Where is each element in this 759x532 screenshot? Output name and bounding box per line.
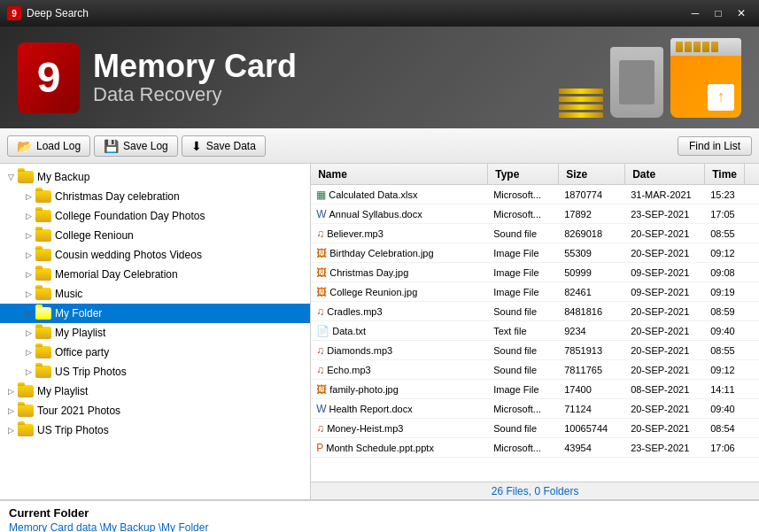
file-size: 71124	[559, 404, 625, 414]
sd-pin-4	[702, 42, 709, 52]
file-time: 08:55	[705, 228, 759, 239]
save-log-icon: 💾	[104, 139, 119, 153]
file-row[interactable]: PMonth Schedule.ppt.pptx Microsoft... 43…	[311, 438, 759, 458]
tree-item-my-playlist-root[interactable]: ▷ My Playlist	[0, 382, 310, 401]
file-date: 20-SEP-2021	[625, 345, 705, 356]
file-time: 14:11	[705, 384, 759, 395]
col-header-date[interactable]: Date	[625, 164, 705, 184]
college-renioun-label: College Renioun	[55, 229, 134, 242]
file-size: 43954	[559, 443, 625, 453]
find-in-list-label: Find in List	[689, 140, 740, 152]
college-renioun-folder-icon	[35, 229, 51, 242]
word-icon: W	[316, 403, 326, 415]
file-row[interactable]: ▦Calculated Data.xlsx Microsoft... 18707…	[311, 185, 759, 204]
tree-item-college-renioun[interactable]: ▷ College Renioun	[0, 226, 310, 245]
my-playlist-root-expander[interactable]: ▷	[4, 384, 18, 398]
file-time: 09:19	[705, 287, 759, 297]
file-type: Image File	[488, 287, 559, 297]
file-date: 20-SEP-2021	[625, 306, 705, 317]
tree-item-music[interactable]: ▷ Music	[0, 284, 310, 304]
tree-item-college-foundation[interactable]: ▷ College Foundation Day Photos	[0, 206, 310, 226]
file-row[interactable]: WAnnual Syllabus.docx Microsoft... 17892…	[311, 204, 759, 224]
file-date: 20-SEP-2021	[625, 326, 705, 336]
sd-body-inner	[619, 60, 654, 104]
card-lines	[559, 89, 603, 118]
tree-item-my-folder[interactable]: ▷ My Folder	[0, 304, 310, 323]
file-row[interactable]: ♫Believer.mp3 Sound file 8269018 20-SEP-…	[311, 224, 759, 243]
current-folder-path: Memory Card data \My Backup \My Folder	[9, 521, 750, 532]
file-row[interactable]: 📄Data.txt Text file 9234 20-SEP-2021 09:…	[311, 321, 759, 341]
file-row[interactable]: ♫Diamonds.mp3 Sound file 7851913 20-SEP-…	[311, 341, 759, 360]
file-time: 09:08	[705, 267, 759, 278]
file-row[interactable]: ♫Money-Heist.mp3 Sound file 10065744 20-…	[311, 419, 759, 438]
tour-2021-expander[interactable]: ▷	[4, 404, 18, 418]
cousin-wedding-expander[interactable]: ▷	[21, 248, 35, 262]
root-folder-icon	[18, 171, 34, 183]
my-playlist-sub-expander[interactable]: ▷	[21, 326, 35, 340]
tree-panel[interactable]: ▽ My Backup ▷ Christmas Day celebration …	[0, 164, 311, 499]
minimize-button[interactable]: ─	[685, 4, 706, 22]
save-log-button[interactable]: 💾 Save Log	[94, 135, 178, 157]
us-trip-root-expander[interactable]: ▷	[4, 423, 18, 437]
tree-item-my-playlist-sub[interactable]: ▷ My Playlist	[0, 323, 310, 343]
file-row[interactable]: 🖼family-photo.jpg Image File 17400 08-SE…	[311, 380, 759, 399]
tree-item-cousin-wedding[interactable]: ▷ Cousin wedding Photos Videos	[0, 245, 310, 265]
file-row[interactable]: 🖼Birthday Celebration.jpg Image File 553…	[311, 243, 759, 263]
close-button[interactable]: ✕	[731, 4, 752, 22]
tour-2021-folder-icon	[18, 405, 34, 417]
file-row[interactable]: 🖼Christmas Day.jpg Image File 50999 09-S…	[311, 263, 759, 282]
sd-card-top	[670, 38, 741, 56]
memorial-label: Memorial Day Celebration	[55, 268, 178, 281]
tree-root[interactable]: ▽ My Backup	[0, 167, 310, 187]
file-size: 7851913	[559, 345, 625, 356]
file-name: ♫Cradles.mp3	[311, 305, 488, 318]
my-folder-icon	[35, 307, 51, 320]
music-expander[interactable]: ▷	[21, 287, 35, 301]
college-foundation-expander[interactable]: ▷	[21, 209, 35, 223]
tree-item-office-party[interactable]: ▷ Office party	[0, 343, 310, 362]
tree-item-us-trip-root[interactable]: ▷ US Trip Photos	[0, 420, 310, 440]
maximize-button[interactable]: □	[708, 4, 729, 22]
file-type: Microsoft...	[488, 404, 559, 414]
save-data-button[interactable]: ⬇ Save Data	[182, 135, 266, 157]
christmas-label: Christmas Day celebration	[55, 190, 180, 203]
file-row[interactable]: WHealth Report.docx Microsoft... 71124 2…	[311, 399, 759, 419]
us-trip-sub-expander[interactable]: ▷	[21, 365, 35, 379]
file-name: 🖼College Reunion.jpg	[311, 286, 488, 298]
office-party-expander[interactable]: ▷	[21, 345, 35, 359]
find-in-list-button[interactable]: Find in List	[678, 136, 752, 156]
tree-item-memorial[interactable]: ▷ Memorial Day Celebration	[0, 265, 310, 284]
my-folder-expander[interactable]: ▷	[21, 306, 35, 320]
load-log-button[interactable]: 📂 Load Log	[7, 135, 90, 157]
col-header-size[interactable]: Size	[559, 164, 625, 184]
college-renioun-expander[interactable]: ▷	[21, 228, 35, 243]
mp3-icon: ♫	[316, 422, 324, 435]
app-subtitle: Data Recovery	[93, 83, 297, 106]
file-list-body[interactable]: ▦Calculated Data.xlsx Microsoft... 18707…	[311, 185, 759, 482]
col-header-name[interactable]: Name	[311, 164, 488, 184]
file-count: 26 Files, 0 Folders	[492, 485, 579, 497]
college-foundation-label: College Foundation Day Photos	[55, 210, 205, 222]
file-row[interactable]: 🖼College Reunion.jpg Image File 82461 09…	[311, 282, 759, 302]
christmas-expander[interactable]: ▷	[21, 189, 35, 204]
upload-icon: ↑	[708, 84, 734, 111]
file-type: Sound file	[488, 345, 559, 356]
root-expander[interactable]: ▽	[4, 170, 18, 184]
us-trip-root-label: US Trip Photos	[37, 424, 109, 436]
image-icon: 🖼	[316, 383, 327, 396]
us-trip-sub-label: US Trip Photos	[55, 366, 127, 378]
text-icon: 📄	[316, 325, 329, 337]
file-size: 9234	[559, 326, 625, 336]
mp3-icon: ♫	[316, 227, 324, 240]
memorial-expander[interactable]: ▷	[21, 267, 35, 281]
toolbar-left: 📂 Load Log 💾 Save Log ⬇ Save Data	[7, 135, 266, 157]
tree-item-tour-2021[interactable]: ▷ Tour 2021 Photos	[0, 401, 310, 420]
file-type: Image File	[488, 384, 559, 395]
col-header-type[interactable]: Type	[488, 164, 559, 184]
tree-item-us-trip-sub[interactable]: ▷ US Trip Photos	[0, 362, 310, 382]
tree-item-christmas[interactable]: ▷ Christmas Day celebration	[0, 187, 310, 206]
card-line-4	[559, 112, 603, 118]
col-header-time[interactable]: Time	[705, 164, 745, 184]
file-row[interactable]: ♫Echo.mp3 Sound file 7811765 20-SEP-2021…	[311, 360, 759, 380]
file-row[interactable]: ♫Cradles.mp3 Sound file 8481816 20-SEP-2…	[311, 302, 759, 321]
